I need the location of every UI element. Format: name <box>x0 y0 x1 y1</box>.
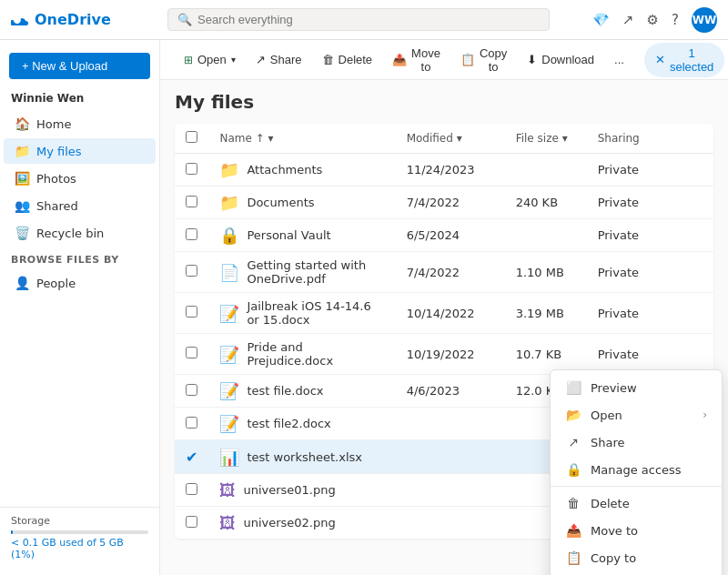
file-name: universe01.png <box>243 483 335 497</box>
row-checkbox[interactable] <box>186 347 197 358</box>
file-more-cell[interactable] <box>669 334 713 375</box>
file-name-cell[interactable]: 📝 test file2.docx <box>208 408 395 440</box>
row-checkbox[interactable] <box>186 163 197 175</box>
toolbar: ⊞ Open ▾ ↗ Share 🗑 Delete 📤 Move to 📋 Co… <box>160 40 728 80</box>
col-modified[interactable]: Modified ▾ <box>396 124 505 154</box>
ctx-item-download[interactable]: ⬇ Download <box>551 571 722 575</box>
sidebar-item-home[interactable]: 🏠 Home <box>4 111 156 136</box>
settings-icon[interactable]: ⚙ <box>647 12 659 28</box>
table-row[interactable]: 📄 Getting started with OneDrive.pdf 7/4/… <box>175 252 713 293</box>
copy-to-button[interactable]: 📋 Copy to <box>451 42 516 78</box>
ctx-item-manage-access[interactable]: 🔒 Manage access <box>551 456 722 483</box>
sidebar-item-shared[interactable]: 👥 Shared <box>4 193 156 218</box>
file-name-cell[interactable]: 📊 test worksheet.xlsx <box>208 440 395 474</box>
search-box[interactable]: 🔍 <box>167 8 550 31</box>
row-checkbox-cell[interactable] <box>175 252 208 293</box>
col-more <box>669 124 713 154</box>
file-name-cell[interactable]: 🔒 Personal Vault <box>208 219 395 252</box>
row-checkbox-cell[interactable] <box>175 474 208 507</box>
search-input[interactable] <box>197 13 540 26</box>
row-checkbox-cell[interactable]: ✔ <box>175 440 208 474</box>
sidebar-item-photos[interactable]: 🖼️ Photos <box>4 166 156 191</box>
ctx-item-copy-to[interactable]: 📋 Copy to <box>551 544 722 571</box>
file-modified: 7/4/2022 <box>396 187 505 219</box>
ctx-item-open[interactable]: 📂 Open › <box>551 401 722 429</box>
file-name-cell[interactable]: 📄 Getting started with OneDrive.pdf <box>208 252 395 293</box>
col-filesize[interactable]: File size ▾ <box>505 124 587 154</box>
file-more-cell[interactable] <box>669 293 713 334</box>
move-icon: 📤 <box>392 53 407 66</box>
table-row[interactable]: 📝 Jailbreak iOS 14-14.6 or 15.docx 10/14… <box>175 293 713 334</box>
close-selected-icon: ✕ <box>655 53 665 66</box>
main-layout: + New & Upload Winnie Wen 🏠 Home 📁 My fi… <box>0 40 728 575</box>
premium-icon[interactable]: 💎 <box>592 12 610 28</box>
help-icon[interactable]: ? <box>672 12 679 28</box>
row-checkbox-cell[interactable] <box>175 187 208 219</box>
more-button[interactable]: ... <box>605 48 633 71</box>
file-name: test worksheet.xlsx <box>247 450 362 464</box>
table-row[interactable]: 🔒 Personal Vault 6/5/2024 Private <box>175 219 713 252</box>
delete-button[interactable]: 🗑 Delete <box>313 48 382 71</box>
file-sharing: Private <box>587 154 669 187</box>
file-more-cell[interactable] <box>669 187 713 219</box>
file-more-cell[interactable] <box>669 252 713 293</box>
sidebar-item-my-files[interactable]: 📁 My files <box>4 138 156 164</box>
row-checkbox[interactable] <box>186 196 197 207</box>
delete-icon: 🗑 <box>322 53 334 66</box>
row-checkbox[interactable] <box>186 306 197 318</box>
row-checkbox-cell[interactable] <box>175 375 208 408</box>
table-row[interactable]: 📁 Attachments 11/24/2023 Private <box>175 154 713 187</box>
row-checkbox-cell[interactable] <box>175 408 208 440</box>
new-upload-button[interactable]: + New & Upload <box>9 53 150 79</box>
file-name-cell[interactable]: 📝 test file.docx <box>208 375 395 408</box>
download-button[interactable]: ⬇ Download <box>518 48 603 71</box>
file-name-cell[interactable]: 📝 Pride and Prejudice.docx <box>208 334 395 375</box>
row-checkbox-cell[interactable] <box>175 334 208 375</box>
row-checkbox[interactable] <box>186 483 197 495</box>
selected-count-button[interactable]: ✕ 1 selected <box>644 43 724 77</box>
ctx-item-delete[interactable]: 🗑 Delete <box>551 489 722 517</box>
sidebar-item-recycle-bin[interactable]: 🗑️ Recycle bin <box>4 220 156 246</box>
row-checkbox-cell[interactable] <box>175 293 208 334</box>
file-more-cell[interactable] <box>669 219 713 252</box>
row-checkbox[interactable] <box>186 384 197 396</box>
select-all-checkbox[interactable] <box>186 131 197 143</box>
row-checkbox-cell[interactable] <box>175 154 208 187</box>
topbar: OneDrive 🔍 💎 ↗ ⚙ ? WW <box>0 0 728 40</box>
file-name: Pride and Prejudice.docx <box>247 340 384 368</box>
table-row[interactable]: 📝 Pride and Prejudice.docx 10/19/2022 10… <box>175 334 713 375</box>
row-checkbox[interactable] <box>186 265 197 277</box>
avatar[interactable]: WW <box>692 7 717 33</box>
col-name[interactable]: Name ↑ ▾ <box>208 124 395 154</box>
ctx-item-move-to[interactable]: 📤 Move to <box>551 517 722 544</box>
photos-icon: 🖼️ <box>15 171 29 186</box>
table-row[interactable]: 📁 Documents 7/4/2022 240 KB Private <box>175 187 713 219</box>
ctx-item-preview[interactable]: ⬜ Preview <box>551 374 722 401</box>
file-more-cell[interactable] <box>669 154 713 187</box>
move-to-button[interactable]: 📤 Move to <box>383 42 450 78</box>
file-size: 10.7 KB <box>505 334 587 375</box>
file-size: 1.10 MB <box>505 252 587 293</box>
file-name-cell[interactable]: 📝 Jailbreak iOS 14-14.6 or 15.docx <box>208 293 395 334</box>
file-name-cell[interactable]: 📁 Documents <box>208 187 395 219</box>
sidebar-item-people[interactable]: 👤 People <box>4 270 156 296</box>
row-checkbox[interactable] <box>186 417 197 429</box>
ctx-item-share[interactable]: ↗ Share <box>551 429 722 456</box>
file-name-cell[interactable]: 📁 Attachments <box>208 154 395 187</box>
open-button[interactable]: ⊞ Open ▾ <box>175 48 245 71</box>
copy-icon: 📋 <box>460 53 475 66</box>
storage-info: < 0.1 GB used of 5 GB (1%) <box>11 537 148 560</box>
file-modified: 10/14/2022 <box>396 293 505 334</box>
row-checkbox-cell[interactable] <box>175 507 208 540</box>
share-button[interactable]: ↗ Share <box>247 48 311 71</box>
file-type-icon: 🖼 <box>219 513 236 532</box>
file-type-icon: 📊 <box>219 448 239 467</box>
row-checkbox[interactable] <box>186 228 197 240</box>
file-name-cell[interactable]: 🖼 universe02.png <box>208 507 395 540</box>
storage-label: Storage <box>11 515 148 527</box>
col-check[interactable] <box>175 124 208 154</box>
share-icon[interactable]: ↗ <box>622 12 634 28</box>
row-checkbox-cell[interactable] <box>175 219 208 252</box>
file-name-cell[interactable]: 🖼 universe01.png <box>208 474 395 507</box>
row-checkbox[interactable] <box>186 516 197 528</box>
